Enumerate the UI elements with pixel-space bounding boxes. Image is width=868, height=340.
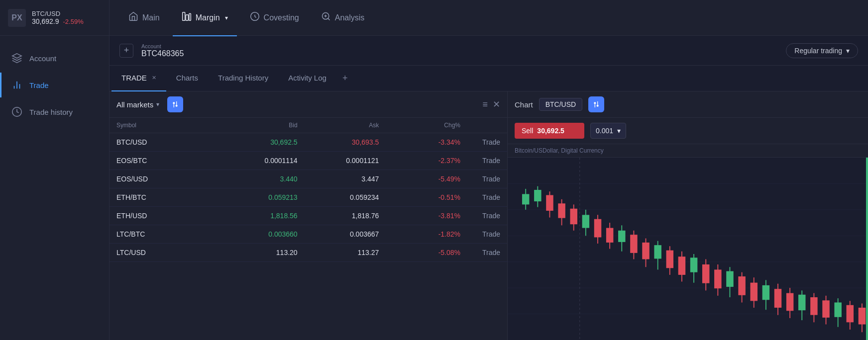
svg-rect-45 (618, 231, 625, 242)
bid-0: 30,692.5 (216, 138, 298, 146)
svg-rect-49 (642, 243, 649, 259)
nav-item-margin[interactable]: Margin ▾ (173, 7, 237, 28)
bid-3: 0.059213 (216, 193, 298, 201)
market-row[interactable]: LTC/BTC 0.003660 0.003667 -1.82% Trade (109, 225, 507, 244)
nav-item-covesting[interactable]: Covesting (241, 7, 308, 28)
regular-trading-label: Regular trading (794, 47, 842, 55)
all-markets-arrow-icon: ▾ (156, 101, 159, 108)
logo-icon: PX (8, 9, 26, 27)
market-row[interactable]: ETH/BTC 0.059213 0.059234 -0.51% Trade (109, 188, 507, 207)
market-panel-actions: ≡ ✕ (482, 99, 500, 110)
symbol-2: EOS/USD (116, 175, 216, 183)
market-row[interactable]: LTC/USD 113.20 113.27 -5.08% Trade (109, 244, 507, 262)
tab-trade[interactable]: TRADE ✕ (111, 66, 166, 91)
sidebar-tradehistory-label: Trade history (29, 108, 73, 116)
trade-btn-3[interactable]: Trade (460, 193, 500, 201)
all-markets-button[interactable]: All markets ▾ (116, 100, 159, 109)
trade-btn-1[interactable]: Trade (460, 157, 500, 165)
tab-activity-log-label: Activity Log (288, 74, 326, 82)
svg-rect-51 (654, 245, 661, 258)
trade-btn-4[interactable]: Trade (460, 212, 500, 220)
svg-rect-29 (522, 194, 529, 204)
sidebar: PX BTC/USD 30,692.9 -2.59% Account (0, 0, 109, 340)
tab-charts[interactable]: Charts (166, 66, 208, 91)
layers-icon (11, 53, 22, 64)
logo-price-change: -2.59% (63, 18, 84, 25)
col-bid: Bid (216, 122, 298, 129)
all-markets-label: All markets (116, 100, 153, 109)
svg-rect-73 (786, 293, 793, 311)
sidebar-item-trade-history[interactable]: Trade history (0, 99, 109, 124)
tab-trading-history[interactable]: Trading History (208, 66, 278, 91)
trade-btn-0[interactable]: Trade (460, 138, 500, 146)
trade-btn-5[interactable]: Trade (460, 230, 500, 238)
chg-1: -2.37% (379, 157, 460, 165)
market-filter-button[interactable] (167, 96, 183, 112)
svg-rect-5 (182, 12, 185, 21)
regular-trading-button[interactable]: Regular trading ▾ (786, 43, 858, 58)
ask-6: 113.27 (298, 249, 379, 256)
top-nav: Main Margin ▾ Covesting (109, 0, 868, 36)
market-table: BTC/USD 30,692.5 30,693.5 -3.34% Trade E… (109, 133, 507, 340)
home-icon (128, 11, 138, 24)
nav-item-analysis[interactable]: Analysis (312, 7, 374, 28)
chart-symbol-text: BTC/USD (545, 100, 576, 108)
svg-rect-35 (558, 203, 565, 218)
bid-6: 113.20 (216, 249, 298, 256)
sidebar-item-trade[interactable]: Trade (0, 73, 109, 97)
nav-item-main[interactable]: Main (119, 7, 169, 28)
account-add-button[interactable]: + (119, 44, 133, 58)
candlestick-chart (508, 158, 868, 340)
svg-rect-41 (594, 219, 601, 238)
nav-margin-label: Margin (196, 13, 220, 22)
market-row[interactable]: BTC/USD 30,692.5 30,693.5 -3.34% Trade (109, 133, 507, 152)
menu-icon[interactable]: ≡ (482, 99, 488, 110)
sell-price: 30,692.5 (537, 127, 564, 135)
sell-button[interactable]: Sell 30,692.5 (515, 123, 584, 139)
nav-main-label: Main (142, 13, 160, 22)
chart-filter-button[interactable] (588, 96, 604, 112)
svg-rect-55 (678, 256, 685, 275)
svg-rect-31 (534, 190, 541, 201)
tab-activity-log[interactable]: Activity Log (278, 66, 336, 91)
symbol-0: BTC/USD (116, 138, 216, 146)
chg-4: -3.81% (379, 212, 460, 220)
account-id: BTC468365 (141, 49, 184, 58)
svg-rect-81 (834, 303, 841, 317)
svg-point-17 (594, 102, 596, 104)
col-action (460, 122, 500, 129)
account-label: Account (141, 43, 184, 49)
tab-add-button[interactable]: + (336, 66, 354, 91)
tab-close-icon[interactable]: ✕ (152, 75, 156, 81)
chg-3: -0.51% (379, 193, 460, 201)
market-row[interactable]: EOS/BTC 0.0001114 0.0001121 -2.37% Trade (109, 152, 507, 170)
quantity-dropdown-icon: ▾ (617, 127, 621, 135)
chart-symbol-badge[interactable]: BTC/USD (539, 98, 582, 111)
svg-rect-59 (702, 264, 709, 283)
svg-line-10 (328, 18, 330, 20)
regular-trading-arrow: ▾ (846, 47, 850, 55)
svg-rect-85 (859, 308, 866, 325)
sidebar-item-account[interactable]: Account (0, 46, 109, 71)
sidebar-logo: PX BTC/USD 30,692.9 -2.59% (0, 0, 109, 36)
trade-btn-6[interactable]: Trade (460, 249, 500, 256)
margin-icon (182, 11, 192, 24)
ask-0: 30,693.5 (298, 138, 379, 146)
svg-rect-47 (630, 235, 637, 253)
ask-1: 0.0001121 (298, 157, 379, 165)
quantity-value: 0.001 (596, 127, 613, 135)
tab-charts-label: Charts (176, 74, 198, 82)
quantity-selector[interactable]: 0.001 ▾ (590, 123, 626, 139)
svg-rect-33 (546, 195, 553, 210)
market-row[interactable]: EOS/USD 3.440 3.447 -5.49% Trade (109, 170, 507, 188)
trade-btn-2[interactable]: Trade (460, 175, 500, 183)
symbol-4: ETH/USD (116, 212, 216, 220)
chg-5: -1.82% (379, 230, 460, 238)
bid-1: 0.0001114 (216, 157, 298, 165)
chg-0: -3.34% (379, 138, 460, 146)
svg-rect-71 (774, 289, 781, 308)
col-symbol: Symbol (116, 122, 216, 129)
svg-rect-65 (738, 276, 745, 295)
close-panel-icon[interactable]: ✕ (493, 99, 500, 110)
market-row[interactable]: ETH/USD 1,818.56 1,818.76 -3.81% Trade (109, 207, 507, 225)
